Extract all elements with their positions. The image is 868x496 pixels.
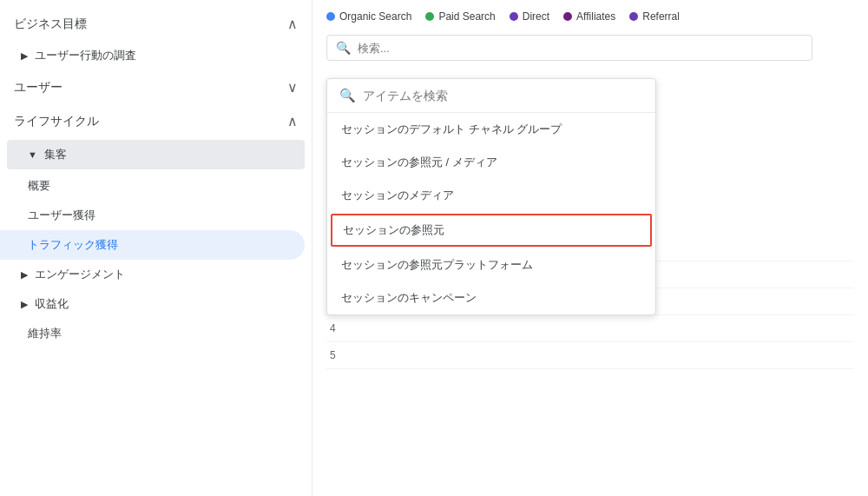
legend-item: Paid Search bbox=[425, 10, 495, 23]
sidebar-item-monetization-label: 収益化 bbox=[35, 296, 69, 312]
sidebar-section-business-goals-label: ビジネス目標 bbox=[14, 17, 87, 32]
legend-item: Direct bbox=[510, 10, 549, 23]
legend-item: Organic Search bbox=[326, 10, 411, 23]
sidebar-item-user-behavior-label: ユーザー行動の調査 bbox=[35, 48, 136, 63]
legend-dot bbox=[629, 12, 638, 21]
legend-item: Referral bbox=[629, 10, 680, 23]
arrow-right-icon-3: ▶ bbox=[21, 299, 28, 310]
chart-legend: Organic Search Paid Search Direct Affili… bbox=[326, 10, 854, 23]
dropdown-menu: 🔍 セッションのデフォルト チャネル グループセッションの参照元 / メディアセ… bbox=[326, 78, 656, 315]
sidebar-section-users-label: ユーザー bbox=[14, 80, 62, 96]
sidebar-section-business-goals[interactable]: ビジネス目標 ∧ bbox=[0, 7, 312, 41]
sidebar-subsection-acquisition-header[interactable]: ▼ 集客 bbox=[7, 140, 305, 169]
sidebar-section-users[interactable]: ユーザー ∨ bbox=[0, 70, 312, 104]
sidebar-item-monetization[interactable]: ▶ 収益化 bbox=[0, 289, 312, 319]
search-bar[interactable]: 🔍 bbox=[326, 35, 812, 61]
sidebar-item-traffic-acquisition[interactable]: トラフィック獲得 bbox=[0, 230, 305, 260]
arrow-down-icon: ▼ bbox=[28, 149, 37, 160]
legend-label: Referral bbox=[642, 10, 680, 23]
sidebar-item-overview[interactable]: 概要 bbox=[0, 171, 312, 201]
sidebar-section-lifecycle[interactable]: ライフサイクル ∧ bbox=[0, 104, 312, 138]
dropdown-search-container[interactable]: 🔍 bbox=[327, 79, 655, 113]
dropdown-search-input[interactable] bbox=[363, 89, 643, 103]
sidebar-item-overview-label: 概要 bbox=[28, 178, 50, 194]
legend-dot bbox=[563, 12, 572, 21]
table-row: 4 bbox=[326, 315, 854, 342]
dropdown-item[interactable]: セッションの参照元 / メディア bbox=[327, 146, 655, 179]
sidebar-item-user-behavior[interactable]: ▶ ユーザー行動の調査 bbox=[0, 41, 312, 70]
legend-label: Paid Search bbox=[438, 10, 495, 23]
legend-dot bbox=[326, 12, 335, 21]
sidebar: ビジネス目標 ∧ ▶ ユーザー行動の調査 ユーザー ∨ ライフサイクル ∧ ▼ … bbox=[0, 0, 312, 496]
search-icon: 🔍 bbox=[336, 41, 351, 55]
sidebar-item-user-acquisition[interactable]: ユーザー獲得 bbox=[0, 201, 312, 230]
search-input[interactable] bbox=[358, 42, 803, 55]
arrow-right-icon: ▶ bbox=[21, 50, 28, 62]
sidebar-item-retention[interactable]: 維持率 bbox=[0, 319, 312, 348]
row-number: 5 bbox=[330, 349, 351, 361]
sidebar-subsection-acquisition: ▼ 集客 bbox=[7, 140, 305, 169]
dropdown-item[interactable]: セッションのデフォルト チャネル グループ bbox=[327, 113, 655, 146]
sidebar-item-traffic-acquisition-label: トラフィック獲得 bbox=[28, 237, 118, 253]
dropdown-item[interactable]: セッションのメディア bbox=[327, 179, 655, 212]
legend-label: Affiliates bbox=[576, 10, 615, 23]
dropdown-item[interactable]: セッションのキャンペーン bbox=[327, 281, 655, 314]
table-row: 5 bbox=[326, 342, 854, 369]
main-content: Organic Search Paid Search Direct Affili… bbox=[312, 0, 868, 496]
chevron-up-icon-2: ∧ bbox=[287, 113, 298, 129]
dropdown-item[interactable]: セッションの参照元 bbox=[331, 214, 652, 247]
sidebar-item-retention-label: 維持率 bbox=[28, 326, 62, 341]
legend-dot bbox=[425, 12, 434, 21]
sidebar-item-engagement[interactable]: ▶ エンゲージメント bbox=[0, 260, 312, 289]
dropdown-search-icon: 🔍 bbox=[339, 88, 356, 103]
legend-dot bbox=[510, 12, 518, 21]
legend-item: Affiliates bbox=[563, 10, 615, 23]
arrow-right-icon-2: ▶ bbox=[21, 269, 28, 281]
legend-label: Organic Search bbox=[339, 10, 411, 23]
legend-label: Direct bbox=[523, 10, 549, 23]
sidebar-section-lifecycle-label: ライフサイクル bbox=[14, 114, 99, 129]
dropdown-item[interactable]: セッションの参照元プラットフォーム bbox=[327, 248, 655, 281]
chevron-down-icon: ∨ bbox=[287, 79, 298, 96]
dropdown-items-list: セッションのデフォルト チャネル グループセッションの参照元 / メディアセッシ… bbox=[327, 113, 655, 314]
sidebar-item-engagement-label: エンゲージメント bbox=[35, 267, 125, 282]
row-number: 4 bbox=[330, 322, 351, 334]
sidebar-subsection-acquisition-label: 集客 bbox=[44, 147, 67, 162]
chevron-up-icon: ∧ bbox=[287, 16, 298, 32]
sidebar-item-user-acquisition-label: ユーザー獲得 bbox=[28, 208, 95, 223]
